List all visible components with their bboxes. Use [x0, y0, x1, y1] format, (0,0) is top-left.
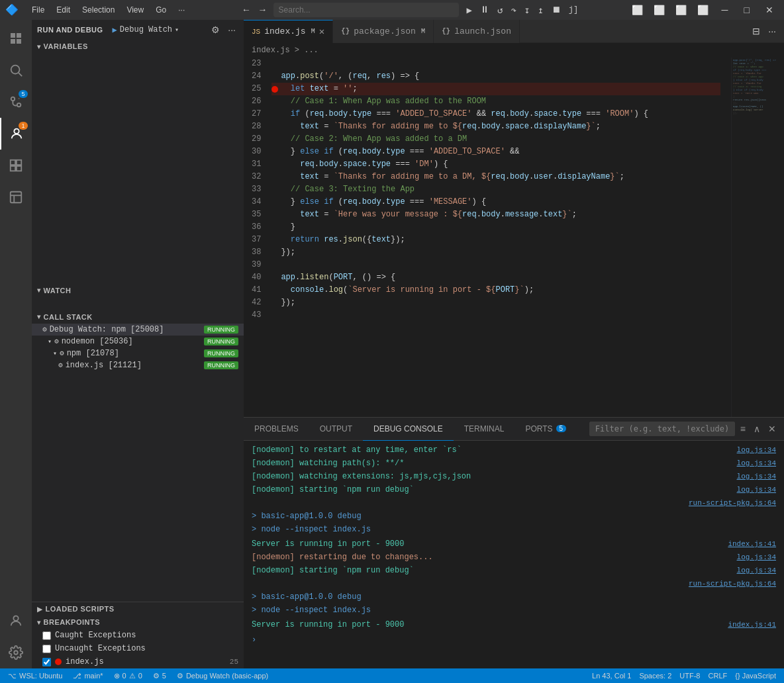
console-source-16[interactable]: index.js:41 — [728, 619, 776, 631]
vscode-icon: 🔷 — [5, 3, 19, 17]
console-source-4[interactable]: log.js:34 — [737, 484, 776, 496]
warning-count: 0 — [138, 672, 142, 680]
tab-debug-console[interactable]: DEBUG CONSOLE — [363, 418, 454, 441]
filter-input[interactable] — [589, 422, 735, 436]
sidebar-header-actions: ⚙ ··· — [209, 23, 238, 36]
status-language[interactable]: {} JavaScript — [732, 668, 779, 683]
step-out-btn[interactable]: ↥ — [535, 3, 546, 17]
command-palette[interactable] — [273, 3, 459, 17]
breakpoint-uncaught[interactable]: Uncaught Exceptions — [32, 642, 244, 655]
step-over-btn[interactable]: ↷ — [508, 3, 518, 17]
console-source-12[interactable]: run-script-pkg.js:64 — [689, 578, 776, 590]
console-source-2[interactable]: log.js:34 — [737, 457, 776, 469]
nav-forward-btn[interactable]: → — [257, 3, 268, 17]
call-stack-item-1[interactable]: ▾ ⚙ nodemon [25036] RUNNING — [32, 336, 244, 347]
watch-section-header[interactable]: ▾ WATCH — [32, 284, 244, 297]
layout-btn3[interactable]: ⬜ — [673, 3, 689, 17]
more-actions-btn[interactable]: ··· — [765, 24, 779, 38]
bottom-panel: PROBLEMS OUTPUT DEBUG CONSOLE TERMINAL P… — [244, 417, 784, 668]
call-stack-header[interactable]: ▾ CALL STACK — [32, 310, 244, 324]
tab-ports[interactable]: PORTS 5 — [514, 418, 577, 441]
variables-label: VARIABLES — [44, 42, 88, 50]
debug-settings-btn[interactable]: ⚙ — [209, 23, 222, 36]
status-debug-tasks[interactable]: ⚙ 5 — [150, 668, 169, 683]
status-branch[interactable]: ⎇ main* — [70, 668, 105, 683]
nav-back-btn[interactable]: ← — [241, 3, 252, 17]
menu-more[interactable]: ··· — [173, 4, 190, 16]
activity-source-control[interactable]: 5 — [0, 86, 32, 118]
activity-extensions[interactable] — [0, 150, 32, 181]
breakpoint-caught[interactable]: Caught Exceptions — [32, 629, 244, 642]
menu-file[interactable]: File — [26, 4, 50, 16]
debug-config-selector[interactable]: ▶ Debug Watch ▾ — [113, 25, 179, 35]
variables-section-header[interactable]: ▾ VARIABLES — [32, 40, 244, 53]
split-editor-btn[interactable]: ⊟ — [750, 24, 763, 38]
menu-edit[interactable]: Edit — [51, 4, 75, 16]
console-source-11[interactable]: log.js:34 — [737, 565, 776, 576]
step-into-btn[interactable]: ↧ — [522, 3, 532, 17]
tab-indexjs[interactable]: JS index.js M ✕ — [244, 20, 333, 43]
status-cursor[interactable]: Ln 43, Col 1 — [589, 668, 634, 683]
minimize-btn[interactable]: ─ — [716, 0, 734, 20]
maximize-btn[interactable]: □ — [739, 0, 755, 20]
breakpoints-header[interactable]: ▾ BREAKPOINTS — [32, 615, 244, 629]
tab-icon-indexjs: JS — [252, 28, 260, 36]
layout-btn4[interactable]: ⬜ — [695, 3, 711, 17]
console-output[interactable]: [nodemon] to restart at any time, enter … — [244, 441, 784, 668]
status-encoding[interactable]: UTF-8 — [677, 668, 703, 683]
tab-launchjson[interactable]: {} launch.json — [434, 20, 520, 43]
tab-output[interactable]: OUTPUT — [309, 418, 363, 441]
debug-more-btn[interactable]: ··· — [225, 23, 238, 36]
status-wsl[interactable]: ⌥ WSL: Ubuntu — [5, 668, 65, 683]
stop-btn[interactable]: ⏹ — [549, 3, 564, 17]
sidebar: RUN AND DEBUG ▶ Debug Watch ▾ ⚙ ··· ▾ VA… — [32, 20, 244, 668]
console-input[interactable] — [259, 635, 776, 644]
restart-btn[interactable]: ↺ — [495, 3, 505, 17]
layout-btn1[interactable]: ⬜ — [629, 3, 646, 17]
tab-problems[interactable]: PROBLEMS — [244, 418, 309, 441]
code-editor[interactable]: 23 24 25 26 27 28 29 30 31 32 33 34 35 3… — [244, 58, 784, 417]
activity-accounts[interactable] — [0, 605, 32, 637]
status-debug-watch[interactable]: ⚙ Debug Watch (basic-app) — [174, 668, 271, 683]
debug-watch-icon: ⚙ — [177, 672, 183, 680]
menu-go[interactable]: Go — [150, 4, 172, 16]
tab-packagejson[interactable]: {} package.json M — [333, 20, 434, 43]
console-input-line[interactable]: › — [244, 631, 784, 647]
activity-remote[interactable] — [0, 181, 32, 213]
sidebar-spacer — [32, 371, 244, 602]
activity-settings[interactable] — [0, 637, 32, 668]
debug-controls: ▶ ⏸ ↺ ↷ ↧ ↥ ⏹ — [464, 3, 564, 17]
console-source-9[interactable]: index.js:41 — [728, 538, 776, 550]
menu-selection[interactable]: Selection — [77, 4, 120, 16]
activity-debug[interactable]: 1 — [0, 118, 32, 150]
status-eol[interactable]: CRLF — [706, 668, 730, 683]
call-stack-item-3[interactable]: ⚙ index.js [21121] RUNNING — [32, 359, 244, 371]
console-source-3[interactable]: log.js:34 — [737, 471, 776, 482]
loaded-scripts-header[interactable]: ▶ LOADED SCRIPTS — [32, 602, 244, 615]
console-source-1[interactable]: log.js:34 — [737, 444, 776, 456]
status-errors[interactable]: ⊗ 0 ⚠ 0 — [111, 668, 145, 683]
activity-explorer[interactable] — [0, 23, 32, 54]
indexjs-checkbox[interactable] — [42, 658, 51, 666]
menu-view[interactable]: View — [121, 4, 149, 16]
call-stack-item-2[interactable]: ▾ ⚙ npm [21078] RUNNING — [32, 347, 244, 359]
pause-btn[interactable]: ⏸ — [477, 3, 492, 17]
panel-close-btn[interactable]: ✕ — [765, 422, 779, 435]
activity-search[interactable] — [0, 54, 32, 86]
tab-terminal[interactable]: TERMINAL — [454, 418, 515, 441]
close-btn[interactable]: ✕ — [760, 0, 779, 20]
layout-btn2[interactable]: ⬜ — [651, 3, 667, 17]
panel-up-btn[interactable]: ∧ — [751, 422, 763, 435]
code-line-39 — [271, 259, 720, 271]
call-stack-item-0[interactable]: ⚙ Debug Watch: npm [25008] RUNNING — [32, 324, 244, 336]
caught-exceptions-checkbox[interactable] — [42, 631, 51, 640]
breakpoint-indexjs[interactable]: index.js 25 — [32, 655, 244, 668]
indexjs-line: 25 — [230, 658, 238, 666]
continue-btn[interactable]: ▶ — [464, 3, 475, 17]
uncaught-exceptions-checkbox[interactable] — [42, 645, 51, 653]
panel-list-btn[interactable]: ≡ — [738, 422, 748, 435]
status-spaces[interactable]: Spaces: 2 — [636, 668, 674, 683]
tab-close-indexjs[interactable]: ✕ — [319, 26, 324, 37]
console-source-10[interactable]: log.js:34 — [737, 551, 776, 563]
console-source-5[interactable]: run-script-pkg.js:64 — [689, 497, 776, 509]
